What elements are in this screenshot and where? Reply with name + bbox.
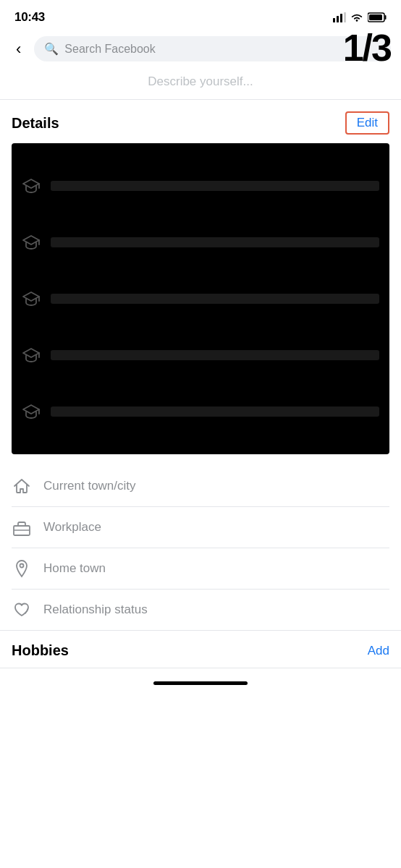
education-icon-4 — [22, 347, 41, 363]
wifi-icon — [350, 12, 363, 22]
svg-point-15 — [20, 564, 24, 568]
detail-item-current-town[interactable]: Current town/city — [12, 466, 389, 507]
svg-rect-3 — [344, 12, 346, 22]
search-bar[interactable]: 🔍 Search Facebook — [34, 36, 391, 61]
relationship-icon — [12, 600, 32, 620]
svg-rect-2 — [340, 14, 342, 22]
relationship-label: Relationship status — [43, 603, 148, 617]
battery-icon — [368, 12, 387, 22]
home-indicator — [0, 668, 401, 692]
add-hobbies-button[interactable]: Add — [368, 644, 389, 658]
svg-rect-1 — [337, 16, 339, 22]
hometown-label: Home town — [43, 561, 106, 576]
workplace-icon — [12, 517, 32, 537]
education-icon-5 — [22, 404, 41, 420]
signal-icon — [333, 12, 346, 22]
edu-row-2 — [22, 234, 379, 250]
status-icons — [333, 12, 387, 22]
back-button[interactable]: ‹ — [10, 37, 27, 61]
edu-row-1 — [22, 178, 379, 194]
describe-section[interactable]: Describe yourself... — [0, 69, 401, 100]
edit-button[interactable]: Edit — [345, 111, 389, 135]
details-title: Details — [12, 115, 59, 132]
search-input: Search Facebook — [64, 43, 155, 56]
hobbies-title: Hobbies — [12, 642, 69, 659]
education-icon-3 — [22, 291, 41, 307]
svg-rect-0 — [333, 18, 335, 22]
education-icon-1 — [22, 178, 41, 194]
home-bar — [153, 681, 248, 685]
detail-item-workplace[interactable]: Workplace — [12, 507, 389, 548]
svg-point-4 — [356, 20, 358, 22]
page-counter: 1/3 — [343, 29, 391, 67]
status-time: 10:43 — [14, 10, 45, 25]
education-icon-2 — [22, 234, 41, 250]
details-section-header: Details Edit — [0, 100, 401, 143]
svg-rect-7 — [369, 14, 382, 20]
svg-rect-6 — [385, 15, 387, 20]
search-icon: 🔍 — [44, 42, 59, 56]
hobbies-section: Hobbies Add — [0, 630, 401, 668]
status-bar: 10:43 — [0, 0, 401, 32]
location-icon — [12, 558, 32, 579]
detail-item-hometown[interactable]: Home town — [12, 548, 389, 590]
detail-list: Current town/city Workplace Home town — [0, 454, 401, 630]
header: ‹ 🔍 Search Facebook 1/3 — [0, 32, 401, 69]
edu-row-5 — [22, 404, 379, 420]
detail-item-relationship[interactable]: Relationship status — [12, 590, 389, 630]
home-icon — [12, 476, 32, 496]
workplace-label: Workplace — [43, 520, 101, 535]
edu-row-3 — [22, 291, 379, 307]
describe-placeholder: Describe yourself... — [148, 75, 253, 88]
edu-row-4 — [22, 347, 379, 363]
education-area — [12, 143, 389, 454]
current-town-label: Current town/city — [43, 479, 136, 493]
